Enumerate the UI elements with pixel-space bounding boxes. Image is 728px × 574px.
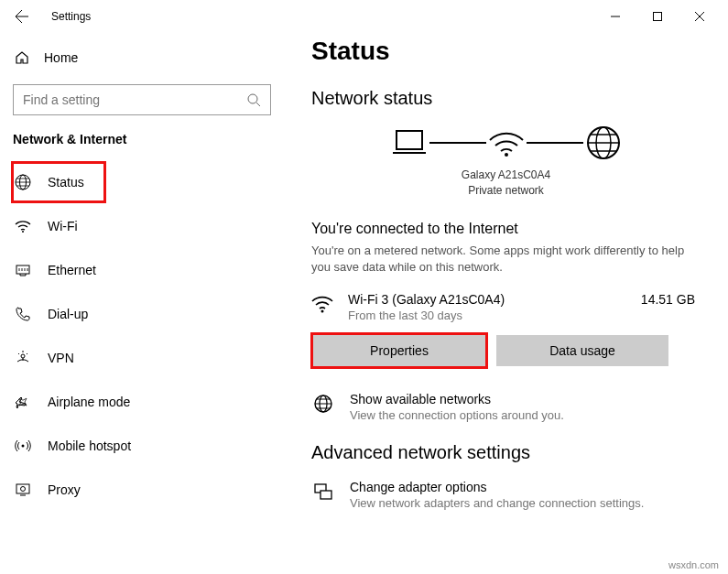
phone-icon [15, 306, 31, 322]
proxy-icon [15, 482, 31, 498]
sidebar-item-label: Proxy [48, 482, 81, 497]
sidebar-item-ethernet[interactable]: Ethernet [13, 251, 271, 289]
sidebar-section-header: Network & Internet [13, 132, 271, 146]
sidebar-item-hotspot[interactable]: Mobile hotspot [13, 427, 271, 465]
search-icon [246, 92, 261, 107]
svg-rect-10 [397, 131, 422, 149]
wifi-icon [15, 218, 31, 234]
svg-rect-0 [654, 13, 662, 21]
adapter-icon [313, 480, 337, 505]
home-label: Home [44, 50, 78, 65]
diagram-device-name: Galaxy A21sC0A4 [311, 168, 701, 183]
svg-rect-8 [16, 484, 29, 493]
diagram-edge [527, 142, 583, 144]
arrow-left-icon [15, 9, 29, 24]
svg-point-1 [248, 94, 257, 103]
globe-icon [15, 174, 31, 190]
svg-point-9 [21, 487, 26, 492]
maximize-icon [653, 12, 662, 21]
advanced-title: Advanced network settings [311, 442, 701, 463]
home-link[interactable]: Home [13, 38, 271, 77]
sidebar-item-vpn[interactable]: VPN [13, 339, 271, 377]
show-networks-row[interactable]: Show available networks View the connect… [311, 392, 701, 422]
svg-point-14 [321, 309, 324, 312]
diagram-edge [429, 142, 486, 144]
close-button[interactable] [679, 2, 721, 31]
titlebar: Settings [0, 0, 728, 33]
maximize-button[interactable] [636, 2, 679, 31]
svg-point-6 [21, 354, 25, 358]
sidebar-item-label: VPN [48, 351, 74, 365]
sidebar-item-label: Mobile hotspot [48, 439, 131, 453]
close-icon [695, 12, 704, 21]
minimize-icon [611, 12, 620, 21]
search-box[interactable] [13, 84, 271, 115]
change-adapter-title: Change adapter options [350, 480, 644, 494]
show-networks-subtitle: View the connection options around you. [350, 408, 564, 422]
connection-name: Wi-Fi 3 (Galaxy A21sC0A4) [348, 292, 628, 307]
sidebar: Home Network & Internet Status Wi-Fi Eth… [0, 33, 284, 574]
home-icon [15, 50, 29, 65]
connected-title: You're connected to the Internet [311, 221, 701, 237]
back-button[interactable] [7, 2, 37, 31]
sidebar-item-airplane[interactable]: Airplane mode [13, 383, 271, 421]
watermark: wsxdn.com [668, 559, 719, 570]
svg-rect-18 [321, 491, 331, 499]
change-adapter-row[interactable]: Change adapter options View network adap… [311, 480, 701, 510]
window-title: Settings [51, 10, 91, 23]
airplane-icon [15, 394, 31, 410]
globe-large-icon [583, 125, 624, 160]
data-usage-button[interactable]: Data usage [496, 335, 668, 366]
svg-point-7 [22, 445, 25, 448]
sidebar-item-label: Status [48, 175, 84, 190]
sidebar-item-label: Wi-Fi [48, 219, 78, 233]
network-diagram [311, 125, 701, 160]
sidebar-item-label: Ethernet [48, 263, 96, 277]
sidebar-item-proxy[interactable]: Proxy [13, 471, 271, 509]
globe-icon [313, 392, 337, 417]
diagram-network-type: Private network [311, 183, 701, 199]
laptop-icon [389, 125, 429, 160]
search-input[interactable] [23, 92, 246, 107]
page-title: Status [311, 37, 701, 66]
wifi-icon [311, 292, 335, 318]
hotspot-icon [15, 438, 31, 454]
sidebar-item-label: Airplane mode [48, 395, 130, 409]
svg-point-4 [22, 231, 24, 233]
ethernet-icon [15, 262, 31, 278]
sidebar-item-status[interactable]: Status [13, 163, 104, 201]
change-adapter-subtitle: View network adapters and change connect… [350, 496, 644, 510]
connection-subtitle: From the last 30 days [348, 309, 628, 322]
connection-usage: 14.51 GB [641, 292, 701, 307]
sidebar-item-wifi[interactable]: Wi-Fi [13, 207, 271, 245]
connected-desc: You're on a metered network. Some apps m… [311, 243, 701, 276]
section-title: Network status [311, 88, 701, 109]
diagram-labels: Galaxy A21sC0A4 Private network [311, 168, 701, 199]
minimize-button[interactable] [594, 2, 636, 31]
sidebar-item-dialup[interactable]: Dial-up [13, 295, 271, 333]
sidebar-item-label: Dial-up [48, 307, 88, 321]
show-networks-title: Show available networks [350, 392, 564, 406]
vpn-icon [15, 350, 31, 366]
connection-row: Wi-Fi 3 (Galaxy A21sC0A4) From the last … [311, 292, 701, 322]
svg-point-11 [505, 153, 508, 157]
button-row: Properties Data usage [311, 335, 701, 366]
wifi-signal-icon [486, 125, 527, 160]
properties-button[interactable]: Properties [313, 335, 485, 366]
main-content: Status Network status Galaxy A21sC0A4 Pr… [284, 33, 728, 574]
